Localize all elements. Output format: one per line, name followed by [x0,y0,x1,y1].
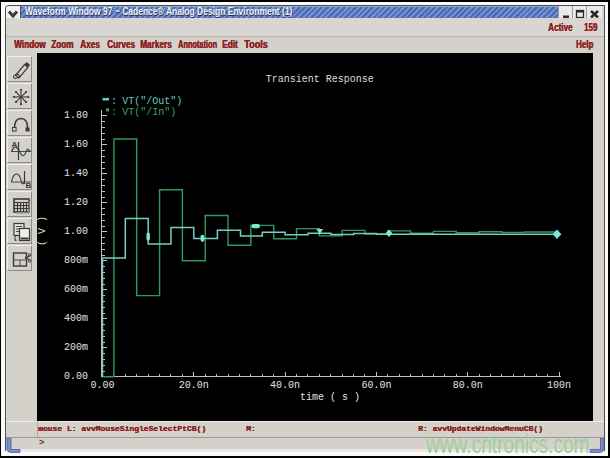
svg-text:800m: 800m [64,255,88,266]
svg-text:80.0n: 80.0n [453,380,483,391]
svg-text:1.40: 1.40 [64,168,88,179]
svg-text:VT("/Out"): VT("/Out") [122,96,182,107]
svg-text:0.00: 0.00 [64,371,88,382]
svg-text::: : [111,107,117,118]
svg-text::: : [111,96,117,107]
svg-text:40.0n: 40.0n [270,380,300,391]
svg-text:Transient Response: Transient Response [266,74,374,85]
svg-text:VT("/In"): VT("/In") [122,107,176,118]
svg-text:1.20: 1.20 [64,197,88,208]
svg-text:0.00: 0.00 [90,380,114,391]
svg-text:1.00: 1.00 [64,226,88,237]
svg-text:time ( s ): time ( s ) [300,392,360,403]
svg-text:60.0n: 60.0n [361,380,391,391]
svg-text:1.80: 1.80 [64,110,88,121]
svg-text:100n: 100n [547,380,571,391]
svg-text:400m: 400m [64,313,88,324]
svg-text:20.0n: 20.0n [179,380,209,391]
svg-text:1.60: 1.60 [64,139,88,150]
svg-text:200m: 200m [64,342,88,353]
svg-text:( V ): ( V ) [37,216,48,246]
svg-text:B: B [25,181,31,190]
svg-text:600m: 600m [64,284,88,295]
